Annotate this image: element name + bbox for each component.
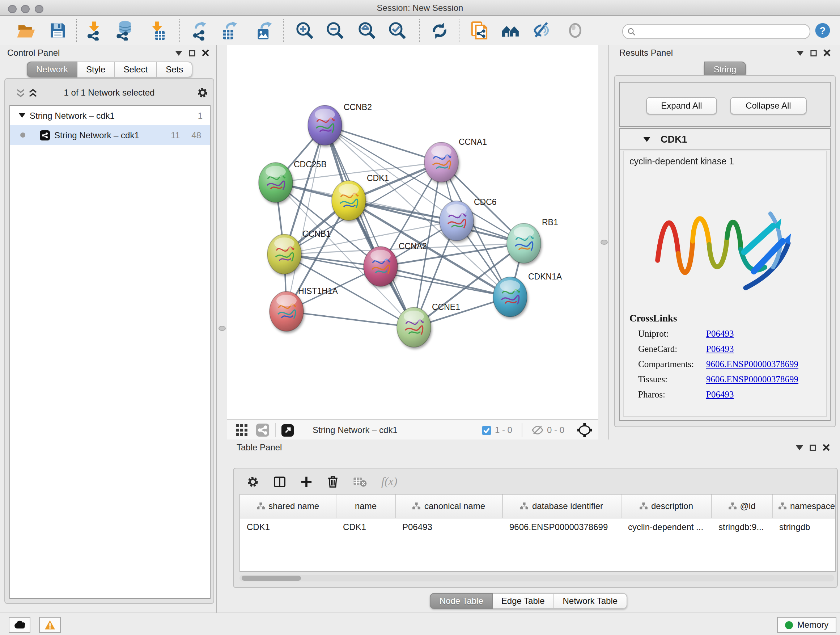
column-header-namespace[interactable]: namespace: [773, 494, 836, 518]
memory-button[interactable]: Memory: [777, 617, 836, 633]
crosslink-link[interactable]: P06493: [706, 390, 734, 401]
table-cell[interactable]: stringdb:9...: [712, 522, 773, 532]
splitter-handle[interactable]: [600, 240, 608, 245]
column-header-database-identifier[interactable]: database identifier: [503, 494, 622, 518]
help-button[interactable]: ?: [813, 20, 833, 41]
open-session-button[interactable]: [15, 20, 35, 41]
zoom-fit-button[interactable]: [357, 20, 377, 41]
crosslink-link[interactable]: P06493: [706, 329, 734, 340]
table-tab-network-table[interactable]: Network Table: [554, 593, 627, 609]
grid-view-icon[interactable]: [236, 424, 248, 436]
table-settings-gear-icon[interactable]: [247, 475, 259, 488]
export-image-button[interactable]: [254, 20, 274, 41]
network-collection-row[interactable]: String Network – cdk1 1: [10, 106, 210, 125]
float-panel-icon[interactable]: [189, 50, 195, 56]
panel-menu-icon[interactable]: [796, 445, 803, 450]
network-graph[interactable]: CCNB2CCNA1CDC25BCDK1CDC6RB1CCNB1CCNA2CDK…: [227, 45, 598, 419]
table-horizontal-scrollbar[interactable]: [240, 575, 834, 581]
selected-checkbox-icon[interactable]: [482, 425, 491, 435]
network-node-CDKN1A[interactable]: CDKN1A: [493, 272, 562, 317]
float-panel-icon[interactable]: [810, 444, 816, 451]
export-network-button[interactable]: [189, 20, 210, 41]
control-tab-style[interactable]: Style: [77, 62, 115, 78]
application-window: Session: New Session: [0, 0, 840, 635]
import-table-button[interactable]: [148, 20, 168, 41]
network-view-canvas[interactable]: CCNB2CCNA1CDC25BCDK1CDC6RB1CCNB1CCNA2CDK…: [227, 45, 598, 419]
gear-icon[interactable]: [197, 87, 208, 98]
column-tree-icon: [521, 502, 529, 510]
add-column-icon[interactable]: [300, 475, 313, 488]
expand-all-button[interactable]: Expand All: [646, 97, 717, 114]
network-node-CCNB1[interactable]: CCNB1: [267, 229, 331, 274]
network-node-CCNE1[interactable]: CCNE1: [397, 302, 460, 347]
show-all-button[interactable]: [565, 20, 585, 41]
table-tab-edge-table[interactable]: Edge Table: [493, 593, 554, 609]
hide-selection-button[interactable]: [532, 20, 552, 41]
delete-column-trash-icon[interactable]: [327, 475, 339, 488]
zoom-selected-button[interactable]: [387, 20, 407, 41]
copy-network-button[interactable]: [469, 20, 489, 41]
network-row-selected[interactable]: String Network – cdk1 11 48: [10, 125, 210, 145]
float-panel-icon[interactable]: [810, 50, 817, 56]
node-table: shared namenamecanonical namedatabase id…: [240, 494, 836, 572]
detach-view-icon[interactable]: [281, 424, 294, 436]
table-cell[interactable]: CDK1: [240, 522, 336, 532]
section-expander-icon[interactable]: [643, 136, 651, 141]
export-table-button[interactable]: [219, 20, 240, 41]
table-row[interactable]: CDK1CDK1P064939606.ENSP00000378699cyclin…: [240, 518, 835, 536]
column-header--id[interactable]: @id: [712, 494, 773, 518]
control-tab-select[interactable]: Select: [115, 62, 157, 78]
splitter-handle[interactable]: [218, 326, 226, 331]
crosslink-link[interactable]: 9606.ENSP00000378699: [706, 374, 798, 385]
toolbar-separator: [459, 19, 459, 42]
zoom-out-button[interactable]: [325, 20, 345, 41]
table-cell[interactable]: P06493: [396, 522, 503, 532]
table-tab-node-table[interactable]: Node Table: [430, 593, 493, 609]
close-panel-icon[interactable]: [202, 49, 209, 57]
column-header-canonical-name[interactable]: canonical name: [396, 494, 503, 518]
import-network-button[interactable]: [84, 20, 104, 41]
search-input[interactable]: [639, 25, 805, 38]
hidden-eye-icon[interactable]: [532, 425, 543, 435]
network-node-HIST1H1A[interactable]: HIST1H1A: [270, 287, 338, 331]
table-cell[interactable]: cyclin-dependent ...: [622, 522, 712, 532]
network-view-mode-icon[interactable]: [256, 424, 269, 437]
zoom-in-button[interactable]: [294, 20, 315, 41]
column-header-name[interactable]: name: [336, 494, 396, 518]
home-button[interactable]: [501, 20, 521, 41]
zoom-window-button[interactable]: [35, 5, 43, 13]
network-view-toolbar: String Network – cdk1 1 - 0 0 - 0: [227, 419, 598, 440]
close-window-button[interactable]: [8, 5, 16, 13]
network-node-CDK1[interactable]: CDK1: [332, 173, 389, 220]
right-splitter[interactable]: [598, 45, 608, 440]
table-cell[interactable]: stringdb: [773, 522, 836, 532]
tree-expander-icon[interactable]: [19, 113, 25, 118]
column-header-shared-name[interactable]: shared name: [240, 494, 336, 518]
close-panel-icon[interactable]: [823, 444, 830, 451]
save-session-button[interactable]: [48, 20, 68, 41]
show-columns-icon[interactable]: [273, 475, 286, 488]
table-cell[interactable]: 9606.ENSP00000378699: [503, 522, 622, 532]
control-tab-network[interactable]: Network: [27, 62, 77, 78]
close-panel-icon[interactable]: [823, 49, 831, 57]
column-header-description[interactable]: description: [622, 494, 712, 518]
gene-section-header[interactable]: CDK1: [620, 129, 830, 150]
minimize-window-button[interactable]: [21, 5, 29, 13]
edge-count: 48: [191, 130, 201, 140]
crosslink-link[interactable]: 9606.ENSP00000378699: [706, 359, 798, 370]
toolbar-separator: [180, 19, 180, 42]
crosslink-link[interactable]: P06493: [706, 344, 734, 355]
cloud-button[interactable]: [9, 617, 30, 633]
panel-menu-icon[interactable]: [175, 50, 182, 55]
delete-table-icon[interactable]: [353, 476, 367, 487]
network-node-RB1[interactable]: RB1: [507, 218, 558, 263]
table-cell[interactable]: CDK1: [336, 522, 396, 532]
scrollbar-thumb[interactable]: [242, 576, 301, 581]
pan-crosshair-icon[interactable]: [576, 422, 592, 438]
import-database-button[interactable]: [114, 20, 134, 41]
collapse-all-button[interactable]: Collapse All: [730, 97, 807, 114]
refresh-button[interactable]: [429, 20, 449, 41]
panel-menu-icon[interactable]: [797, 50, 804, 55]
warnings-button[interactable]: [39, 617, 61, 633]
control-tab-sets[interactable]: Sets: [157, 62, 193, 78]
